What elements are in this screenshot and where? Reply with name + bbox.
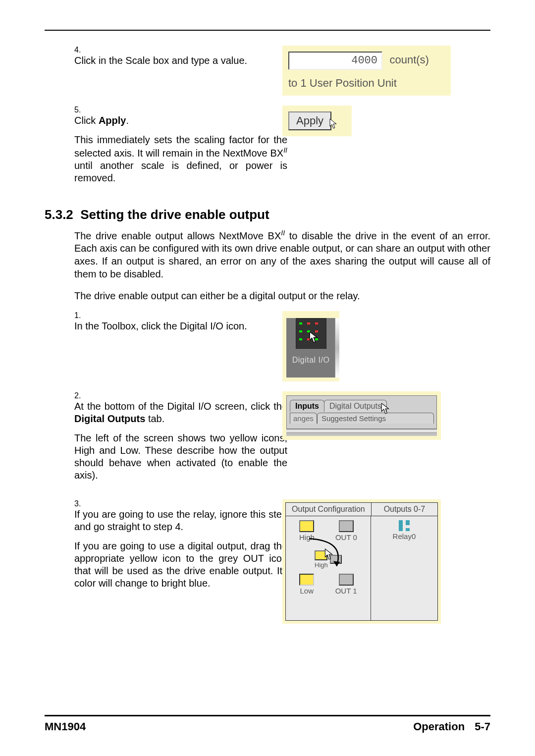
figure-output-configuration: Output Configuration Outputs 0-7 High bbox=[282, 499, 441, 624]
stepC-text: If you are going to use the relay, ignor… bbox=[74, 508, 287, 590]
apply-button[interactable]: Apply bbox=[288, 111, 331, 130]
stepC-number: 3. bbox=[74, 499, 89, 508]
step5-number: 5. bbox=[74, 106, 89, 114]
section-title: Setting the drive enable output bbox=[80, 207, 269, 222]
out1-icon[interactable] bbox=[339, 574, 354, 586]
step4-text: Click in the Scale box and type a value. bbox=[74, 54, 287, 67]
section-num: 5.3.2 bbox=[45, 207, 73, 222]
stepC-lead: If you are going to use the relay, ignor… bbox=[74, 509, 287, 532]
relay-label: Relay0 bbox=[374, 532, 434, 540]
step5-bold: Apply bbox=[99, 115, 126, 126]
step5-body-b: until another scale is defined, or power… bbox=[74, 160, 287, 183]
page-footer: MN1904 Operation 5-7 bbox=[45, 715, 490, 733]
drag-high-label: High bbox=[315, 561, 328, 569]
tab-inputs[interactable]: Inputs bbox=[290, 400, 324, 412]
cursor-icon bbox=[329, 118, 337, 129]
high-icon[interactable] bbox=[299, 520, 314, 532]
p1a: The drive enable output allows NextMove … bbox=[74, 230, 281, 241]
stepC-body: If you are going to use a digital output… bbox=[74, 540, 287, 590]
cursor-icon bbox=[381, 403, 390, 415]
out0-label: OUT 0 bbox=[335, 533, 357, 541]
user-position-unit-label: to 1 User Position Unit bbox=[288, 77, 445, 90]
header-output-configuration: Output Configuration bbox=[286, 503, 372, 516]
tab-suggested-settings[interactable]: Suggested Settings bbox=[317, 413, 434, 424]
out0-icon[interactable] bbox=[339, 520, 354, 532]
stepB-tail: tab. bbox=[145, 413, 164, 424]
footer-section-label: Operation bbox=[413, 720, 465, 733]
digital-io-icon bbox=[296, 318, 326, 349]
stepB-body: The left of the screen shows two yellow … bbox=[74, 432, 287, 482]
step5-lead-text: Click bbox=[74, 115, 99, 126]
step5-lead: Click Apply. This immediately sets the s… bbox=[74, 114, 287, 184]
stepB-bold: Digital Outputs bbox=[74, 413, 145, 424]
section-heading: 5.3.2 Setting the drive enable output bbox=[45, 207, 490, 222]
top-rule bbox=[45, 30, 490, 31]
low-icon[interactable] bbox=[299, 574, 314, 586]
step4-number: 4. bbox=[74, 46, 89, 54]
low-label: Low bbox=[299, 587, 314, 595]
figure-digital-outputs-tabs: Inputs Digital Outputs anges Suggested S… bbox=[282, 391, 441, 440]
step5-tail: . bbox=[126, 115, 129, 126]
stepA-number: 1. bbox=[74, 311, 89, 320]
stepB-lead: At the bottom of the Digital I/O screen,… bbox=[74, 401, 287, 412]
tab-stub[interactable]: anges bbox=[290, 413, 317, 424]
digital-io-label: Digital I/O bbox=[286, 356, 335, 365]
section-para1: The drive enable output allows NextMove … bbox=[74, 228, 490, 281]
tab-digital-outputs[interactable]: Digital Outputs bbox=[324, 400, 387, 412]
stepB-number: 2. bbox=[74, 391, 89, 400]
stepA-text: In the Toolbox, click the Digital I/O ic… bbox=[74, 320, 287, 332]
scale-input[interactable]: 4000 bbox=[288, 52, 382, 70]
footer-page-number: 5-7 bbox=[475, 720, 490, 733]
high-label: High bbox=[299, 533, 315, 541]
section-para2: The drive enable output can either be a … bbox=[74, 289, 490, 302]
header-outputs-0-7: Outputs 0-7 bbox=[372, 503, 437, 516]
out1-label: OUT 1 bbox=[335, 587, 357, 595]
step5-sup: II bbox=[283, 146, 287, 154]
scale-unit-label: count(s) bbox=[389, 54, 428, 66]
step5-body-a: This immediately sets the scaling factor… bbox=[74, 134, 287, 159]
footer-doc-id: MN1904 bbox=[45, 720, 86, 733]
p1sup: II bbox=[281, 229, 285, 237]
relay-icon[interactable] bbox=[399, 520, 410, 531]
figure-digital-io-icon: Digital I/O bbox=[282, 311, 339, 381]
digital-io-toolbox-item[interactable]: Digital I/O bbox=[286, 318, 335, 378]
figure-scale-box: 4000 count(s) to 1 User Position Unit bbox=[282, 46, 451, 96]
figure-apply-button: Apply bbox=[282, 106, 352, 136]
stepB-text: At the bottom of the Digital I/O screen,… bbox=[74, 400, 287, 482]
cursor-icon bbox=[324, 548, 333, 560]
